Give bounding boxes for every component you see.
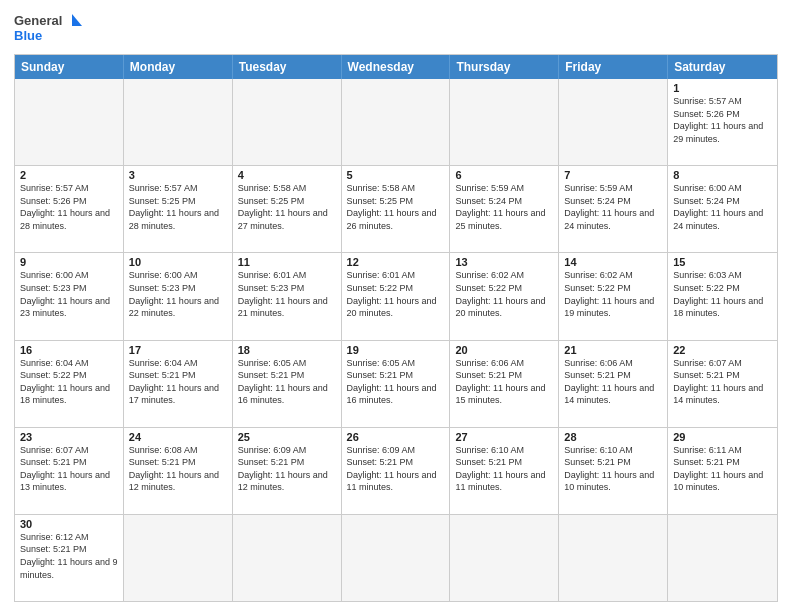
day-number: 19 xyxy=(347,344,445,356)
cal-cell: 24Sunrise: 6:08 AMSunset: 5:21 PMDayligh… xyxy=(124,428,233,514)
calendar-row-5: 30Sunrise: 6:12 AMSunset: 5:21 PMDayligh… xyxy=(15,514,777,601)
cal-cell: 21Sunrise: 6:06 AMSunset: 5:21 PMDayligh… xyxy=(559,341,668,427)
sun-info: Sunrise: 6:05 AMSunset: 5:21 PMDaylight:… xyxy=(347,357,445,407)
cal-cell: 29Sunrise: 6:11 AMSunset: 5:21 PMDayligh… xyxy=(668,428,777,514)
day-number: 29 xyxy=(673,431,772,443)
sun-info: Sunrise: 6:04 AMSunset: 5:21 PMDaylight:… xyxy=(129,357,227,407)
sun-info: Sunrise: 6:00 AMSunset: 5:23 PMDaylight:… xyxy=(129,269,227,319)
sun-info: Sunrise: 5:57 AMSunset: 5:26 PMDaylight:… xyxy=(20,182,118,232)
sun-info: Sunrise: 6:09 AMSunset: 5:21 PMDaylight:… xyxy=(347,444,445,494)
calendar-body: 1Sunrise: 5:57 AMSunset: 5:26 PMDaylight… xyxy=(15,79,777,601)
day-number: 12 xyxy=(347,256,445,268)
header-cell-thursday: Thursday xyxy=(450,55,559,79)
calendar-row-3: 16Sunrise: 6:04 AMSunset: 5:22 PMDayligh… xyxy=(15,340,777,427)
header: General Blue xyxy=(14,10,778,46)
day-number: 16 xyxy=(20,344,118,356)
svg-text:General: General xyxy=(14,13,62,28)
calendar: SundayMondayTuesdayWednesdayThursdayFrid… xyxy=(14,54,778,602)
cal-cell: 16Sunrise: 6:04 AMSunset: 5:22 PMDayligh… xyxy=(15,341,124,427)
cal-cell xyxy=(124,515,233,601)
sun-info: Sunrise: 6:07 AMSunset: 5:21 PMDaylight:… xyxy=(20,444,118,494)
cal-cell: 25Sunrise: 6:09 AMSunset: 5:21 PMDayligh… xyxy=(233,428,342,514)
cal-cell: 23Sunrise: 6:07 AMSunset: 5:21 PMDayligh… xyxy=(15,428,124,514)
cal-cell xyxy=(15,79,124,165)
cal-cell: 22Sunrise: 6:07 AMSunset: 5:21 PMDayligh… xyxy=(668,341,777,427)
sun-info: Sunrise: 5:58 AMSunset: 5:25 PMDaylight:… xyxy=(238,182,336,232)
sun-info: Sunrise: 6:11 AMSunset: 5:21 PMDaylight:… xyxy=(673,444,772,494)
cal-cell: 26Sunrise: 6:09 AMSunset: 5:21 PMDayligh… xyxy=(342,428,451,514)
svg-text:Blue: Blue xyxy=(14,28,42,43)
day-number: 23 xyxy=(20,431,118,443)
cal-cell: 1Sunrise: 5:57 AMSunset: 5:26 PMDaylight… xyxy=(668,79,777,165)
page: General Blue SundayMondayTuesdayWednesda… xyxy=(0,0,792,612)
cal-cell: 13Sunrise: 6:02 AMSunset: 5:22 PMDayligh… xyxy=(450,253,559,339)
day-number: 14 xyxy=(564,256,662,268)
sun-info: Sunrise: 6:04 AMSunset: 5:22 PMDaylight:… xyxy=(20,357,118,407)
cal-cell: 15Sunrise: 6:03 AMSunset: 5:22 PMDayligh… xyxy=(668,253,777,339)
day-number: 26 xyxy=(347,431,445,443)
calendar-row-4: 23Sunrise: 6:07 AMSunset: 5:21 PMDayligh… xyxy=(15,427,777,514)
cal-cell: 28Sunrise: 6:10 AMSunset: 5:21 PMDayligh… xyxy=(559,428,668,514)
cal-cell xyxy=(450,515,559,601)
header-cell-friday: Friday xyxy=(559,55,668,79)
sun-info: Sunrise: 6:09 AMSunset: 5:21 PMDaylight:… xyxy=(238,444,336,494)
cal-cell: 19Sunrise: 6:05 AMSunset: 5:21 PMDayligh… xyxy=(342,341,451,427)
svg-marker-2 xyxy=(72,14,82,26)
sun-info: Sunrise: 6:12 AMSunset: 5:21 PMDaylight:… xyxy=(20,531,118,581)
sun-info: Sunrise: 6:06 AMSunset: 5:21 PMDaylight:… xyxy=(455,357,553,407)
day-number: 3 xyxy=(129,169,227,181)
sun-info: Sunrise: 6:03 AMSunset: 5:22 PMDaylight:… xyxy=(673,269,772,319)
cal-cell: 18Sunrise: 6:05 AMSunset: 5:21 PMDayligh… xyxy=(233,341,342,427)
sun-info: Sunrise: 5:57 AMSunset: 5:25 PMDaylight:… xyxy=(129,182,227,232)
calendar-row-2: 9Sunrise: 6:00 AMSunset: 5:23 PMDaylight… xyxy=(15,252,777,339)
cal-cell: 17Sunrise: 6:04 AMSunset: 5:21 PMDayligh… xyxy=(124,341,233,427)
logo: General Blue xyxy=(14,10,84,46)
day-number: 28 xyxy=(564,431,662,443)
day-number: 8 xyxy=(673,169,772,181)
day-number: 20 xyxy=(455,344,553,356)
sun-info: Sunrise: 5:59 AMSunset: 5:24 PMDaylight:… xyxy=(564,182,662,232)
sun-info: Sunrise: 5:57 AMSunset: 5:26 PMDaylight:… xyxy=(673,95,772,145)
cal-cell: 27Sunrise: 6:10 AMSunset: 5:21 PMDayligh… xyxy=(450,428,559,514)
calendar-header-row: SundayMondayTuesdayWednesdayThursdayFrid… xyxy=(15,55,777,79)
sun-info: Sunrise: 6:05 AMSunset: 5:21 PMDaylight:… xyxy=(238,357,336,407)
day-number: 4 xyxy=(238,169,336,181)
day-number: 1 xyxy=(673,82,772,94)
cal-cell: 7Sunrise: 5:59 AMSunset: 5:24 PMDaylight… xyxy=(559,166,668,252)
calendar-row-1: 2Sunrise: 5:57 AMSunset: 5:26 PMDaylight… xyxy=(15,165,777,252)
cal-cell: 30Sunrise: 6:12 AMSunset: 5:21 PMDayligh… xyxy=(15,515,124,601)
day-number: 15 xyxy=(673,256,772,268)
sun-info: Sunrise: 6:01 AMSunset: 5:23 PMDaylight:… xyxy=(238,269,336,319)
day-number: 11 xyxy=(238,256,336,268)
cal-cell: 20Sunrise: 6:06 AMSunset: 5:21 PMDayligh… xyxy=(450,341,559,427)
cal-cell: 4Sunrise: 5:58 AMSunset: 5:25 PMDaylight… xyxy=(233,166,342,252)
cal-cell xyxy=(668,515,777,601)
day-number: 5 xyxy=(347,169,445,181)
sun-info: Sunrise: 6:10 AMSunset: 5:21 PMDaylight:… xyxy=(455,444,553,494)
sun-info: Sunrise: 5:59 AMSunset: 5:24 PMDaylight:… xyxy=(455,182,553,232)
day-number: 22 xyxy=(673,344,772,356)
day-number: 24 xyxy=(129,431,227,443)
cal-cell: 14Sunrise: 6:02 AMSunset: 5:22 PMDayligh… xyxy=(559,253,668,339)
generalblue-logo-icon: General Blue xyxy=(14,10,84,46)
cal-cell: 11Sunrise: 6:01 AMSunset: 5:23 PMDayligh… xyxy=(233,253,342,339)
sun-info: Sunrise: 6:07 AMSunset: 5:21 PMDaylight:… xyxy=(673,357,772,407)
cal-cell xyxy=(559,515,668,601)
day-number: 25 xyxy=(238,431,336,443)
sun-info: Sunrise: 6:00 AMSunset: 5:23 PMDaylight:… xyxy=(20,269,118,319)
day-number: 2 xyxy=(20,169,118,181)
cal-cell: 3Sunrise: 5:57 AMSunset: 5:25 PMDaylight… xyxy=(124,166,233,252)
day-number: 9 xyxy=(20,256,118,268)
day-number: 6 xyxy=(455,169,553,181)
cal-cell: 6Sunrise: 5:59 AMSunset: 5:24 PMDaylight… xyxy=(450,166,559,252)
cal-cell xyxy=(559,79,668,165)
cal-cell: 9Sunrise: 6:00 AMSunset: 5:23 PMDaylight… xyxy=(15,253,124,339)
sun-info: Sunrise: 6:06 AMSunset: 5:21 PMDaylight:… xyxy=(564,357,662,407)
day-number: 17 xyxy=(129,344,227,356)
cal-cell: 2Sunrise: 5:57 AMSunset: 5:26 PMDaylight… xyxy=(15,166,124,252)
sun-info: Sunrise: 6:00 AMSunset: 5:24 PMDaylight:… xyxy=(673,182,772,232)
sun-info: Sunrise: 5:58 AMSunset: 5:25 PMDaylight:… xyxy=(347,182,445,232)
cal-cell: 5Sunrise: 5:58 AMSunset: 5:25 PMDaylight… xyxy=(342,166,451,252)
cal-cell xyxy=(450,79,559,165)
sun-info: Sunrise: 6:08 AMSunset: 5:21 PMDaylight:… xyxy=(129,444,227,494)
